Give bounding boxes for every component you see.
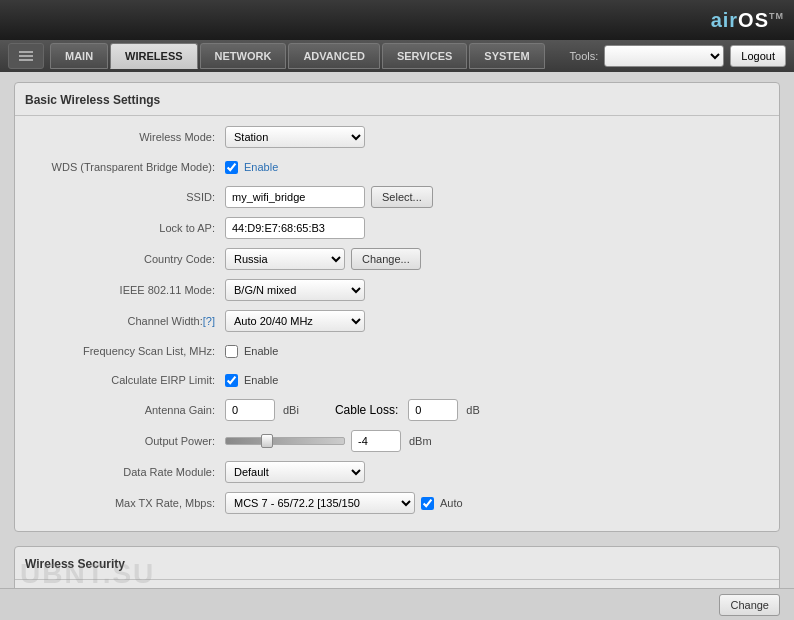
wds-enable-label: Enable [244, 161, 278, 173]
cable-loss-input[interactable] [408, 399, 458, 421]
wireless-mode-select[interactable]: Station Access Point Access Point WDS St… [225, 126, 365, 148]
output-power-control: dBm [225, 430, 432, 452]
ieee-mode-select[interactable]: B/G/N mixed N only G only [225, 279, 365, 301]
top-bar: airOSTM [0, 0, 794, 40]
channel-width-select[interactable]: Auto 20/40 MHz 20 MHz 40 MHz [225, 310, 365, 332]
calc-eirp-control: Enable [225, 374, 278, 387]
freq-scan-label: Frequency Scan List, MHz: [25, 345, 225, 357]
ssid-input[interactable] [225, 186, 365, 208]
tab-main[interactable]: MAIN [50, 43, 108, 69]
wds-control: Enable [225, 161, 278, 174]
tools-area: Tools: Logout [570, 45, 786, 67]
slider-thumb[interactable] [261, 434, 273, 448]
data-rate-row: Data Rate Module: Default Custom [15, 459, 779, 485]
output-power-label: Output Power: [25, 435, 225, 447]
output-power-input[interactable] [351, 430, 401, 452]
data-rate-label: Data Rate Module: [25, 466, 225, 478]
wds-row: WDS (Transparent Bridge Mode): Enable [15, 155, 779, 179]
ssid-label: SSID: [25, 191, 225, 203]
logo-air-text: air [711, 9, 738, 31]
max-tx-select[interactable]: MCS 7 - 65/72.2 [135/150 [225, 492, 415, 514]
max-tx-control: MCS 7 - 65/72.2 [135/150 Auto [225, 492, 463, 514]
calc-eirp-checkbox[interactable] [225, 374, 238, 387]
freq-scan-row: Frequency Scan List, MHz: Enable [15, 339, 779, 363]
cable-loss-label: Cable Loss: [335, 403, 398, 417]
tools-label: Tools: [570, 50, 599, 62]
tab-wireless[interactable]: WIRELESS [110, 43, 197, 69]
freq-scan-checkbox[interactable] [225, 345, 238, 358]
data-rate-control: Default Custom [225, 461, 365, 483]
logo: airOSTM [711, 9, 784, 32]
change-button[interactable]: Change [719, 594, 780, 616]
lock-ap-label: Lock to AP: [25, 222, 225, 234]
lock-ap-input[interactable] [225, 217, 365, 239]
tab-services[interactable]: SERVICES [382, 43, 467, 69]
country-code-select[interactable]: Russia United States Germany [225, 248, 345, 270]
ieee-mode-row: IEEE 802.11 Mode: B/G/N mixed N only G o… [15, 277, 779, 303]
logo-area: airOSTM [397, 9, 784, 32]
basic-wireless-title: Basic Wireless Settings [15, 89, 779, 116]
logo-tm-text: TM [769, 11, 784, 21]
output-power-unit: dBm [409, 435, 432, 447]
main-content: Basic Wireless Settings Wireless Mode: S… [0, 72, 794, 620]
ieee-mode-control: B/G/N mixed N only G only [225, 279, 365, 301]
calc-eirp-label: Calculate EIRP Limit: [25, 374, 225, 386]
lock-ap-control [225, 217, 365, 239]
country-code-label: Country Code: [25, 253, 225, 265]
data-rate-select[interactable]: Default Custom [225, 461, 365, 483]
ssid-row: SSID: Select... [15, 184, 779, 210]
wireless-mode-control: Station Access Point Access Point WDS St… [225, 126, 365, 148]
channel-width-label: Channel Width:[?] [25, 315, 225, 327]
calc-eirp-row: Calculate EIRP Limit: Enable [15, 368, 779, 392]
channel-width-row: Channel Width:[?] Auto 20/40 MHz 20 MHz … [15, 308, 779, 334]
antenna-gain-control: dBi Cable Loss: dB [225, 399, 480, 421]
output-power-slider-container [225, 437, 345, 445]
tools-select[interactable] [604, 45, 724, 67]
wds-label: WDS (Transparent Bridge Mode): [25, 161, 225, 173]
lock-ap-row: Lock to AP: [15, 215, 779, 241]
wireless-mode-row: Wireless Mode: Station Access Point Acce… [15, 124, 779, 150]
ieee-mode-label: IEEE 802.11 Mode: [25, 284, 225, 296]
bottom-bar: Change [0, 588, 794, 620]
output-power-row: Output Power: dBm [15, 428, 779, 454]
ssid-select-button[interactable]: Select... [371, 186, 433, 208]
channel-width-help[interactable]: [?] [203, 315, 215, 327]
country-code-row: Country Code: Russia United States Germa… [15, 246, 779, 272]
wireless-security-title: Wireless Security [15, 553, 779, 580]
antenna-gain-input[interactable] [225, 399, 275, 421]
max-tx-label: Max TX Rate, Mbps: [25, 497, 225, 509]
basic-wireless-section: Basic Wireless Settings Wireless Mode: S… [14, 82, 780, 532]
max-tx-auto-checkbox[interactable] [421, 497, 434, 510]
cable-loss-unit: dB [466, 404, 479, 416]
max-tx-row: Max TX Rate, Mbps: MCS 7 - 65/72.2 [135/… [15, 490, 779, 516]
freq-scan-control: Enable [225, 345, 278, 358]
wds-checkbox[interactable] [225, 161, 238, 174]
tab-system[interactable]: SYSTEM [469, 43, 544, 69]
antenna-cable-row: Antenna Gain: dBi Cable Loss: dB [15, 397, 779, 423]
output-power-slider[interactable] [225, 437, 345, 445]
country-change-button[interactable]: Change... [351, 248, 421, 270]
calc-eirp-enable-label: Enable [244, 374, 278, 386]
max-tx-auto-label: Auto [440, 497, 463, 509]
country-code-control: Russia United States Germany Change... [225, 248, 421, 270]
freq-scan-enable-label: Enable [244, 345, 278, 357]
nav-bar: MAIN WIRELESS NETWORK ADVANCED SERVICES … [0, 40, 794, 72]
logout-button[interactable]: Logout [730, 45, 786, 67]
tab-advanced[interactable]: ADVANCED [288, 43, 380, 69]
antenna-gain-label: Antenna Gain: [25, 404, 225, 416]
ssid-control: Select... [225, 186, 433, 208]
antenna-gain-unit: dBi [283, 404, 299, 416]
tab-network[interactable]: NETWORK [200, 43, 287, 69]
wireless-mode-label: Wireless Mode: [25, 131, 225, 143]
channel-width-control: Auto 20/40 MHz 20 MHz 40 MHz [225, 310, 365, 332]
nav-home-icon[interactable] [8, 43, 44, 69]
logo-os-text: OS [738, 9, 769, 31]
